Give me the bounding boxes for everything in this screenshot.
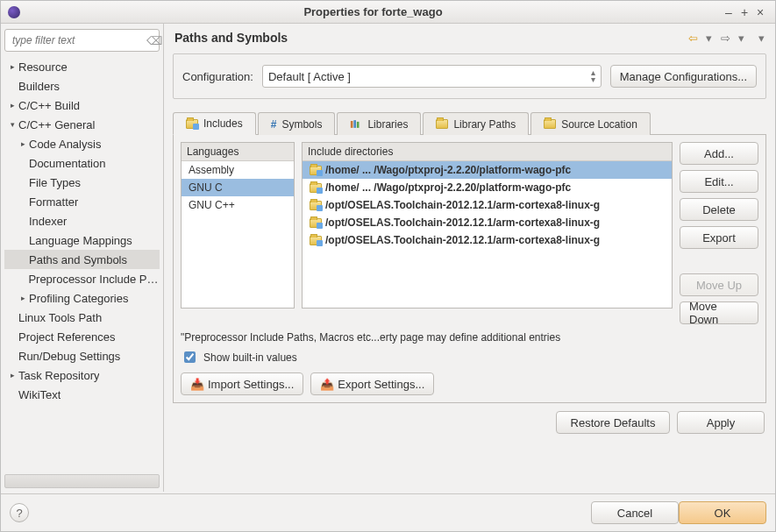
folder-icon (310, 236, 322, 245)
main-panel: Paths and Symbols ⇦ ▾ ⇨ ▾ ▾ Configuratio… (164, 24, 775, 492)
forward-icon[interactable]: ⇨ (721, 32, 730, 45)
export-button[interactable]: Export (680, 226, 758, 249)
back-icon[interactable]: ⇦ (688, 32, 698, 45)
tree-item[interactable]: Builders (4, 76, 160, 96)
tab-label: Source Location (561, 118, 637, 131)
include-path: /home/ ... /Wago/ptxproj-2.2.20/platform… (325, 164, 571, 176)
tree-item[interactable]: ▸Resource (4, 57, 160, 76)
source-location-tab-icon (544, 119, 556, 129)
tab-panel: Languages AssemblyGNU CGNU C++ Include d… (173, 135, 766, 403)
tree-item-label: Linux Tools Path (18, 311, 102, 324)
include-header: Include directories (303, 143, 672, 161)
move-down-button[interactable]: Move Down (680, 301, 758, 324)
library-paths-tab-icon (436, 119, 448, 129)
move-up-button[interactable]: Move Up (680, 273, 758, 296)
include-path: /opt/OSELAS.Toolchain-2012.12.1/arm-cort… (325, 216, 600, 229)
tree-item-label: Indexer (29, 215, 67, 228)
close-button[interactable]: × (752, 4, 768, 20)
restore-defaults-button[interactable]: Restore Defaults (556, 411, 670, 434)
cancel-button[interactable]: Cancel (591, 501, 679, 524)
eclipse-icon (8, 6, 20, 18)
include-directories-list[interactable]: Include directories /home/ ... /Wago/ptx… (302, 142, 673, 309)
tree-item[interactable]: Project References (4, 327, 160, 346)
include-item[interactable]: /home/ ... /Wago/ptxproj-2.2.20/platform… (303, 179, 672, 196)
filter-box[interactable]: ⌫ (4, 29, 160, 52)
tree-item-label: Formatter (29, 195, 78, 209)
titlebar: Properties for forte_wago – + × (1, 1, 775, 24)
tree-item-label: Project References (18, 330, 116, 344)
tree-item[interactable]: Language Mappings (4, 231, 160, 250)
tree-item[interactable]: ▾C/C++ General (4, 115, 160, 134)
tree-item-label: Run/Debug Settings (18, 350, 120, 363)
content-area: ⌫ ▸ResourceBuilders▸C/C++ Build▾C/C++ Ge… (1, 24, 775, 492)
languages-list[interactable]: Languages AssemblyGNU CGNU C++ (181, 142, 295, 309)
forward-menu-icon[interactable]: ▾ (738, 32, 744, 45)
minimize-button[interactable]: – (721, 4, 737, 20)
tree-item[interactable]: Documentation (4, 153, 160, 173)
include-item[interactable]: /home/ ... /Wago/ptxproj-2.2.20/platform… (303, 161, 672, 179)
tree-scrollbar[interactable] (4, 474, 160, 488)
configuration-label: Configuration: (182, 70, 253, 83)
tab-bar: Includes#SymbolsLibrariesLibrary PathsSo… (173, 111, 766, 135)
tree-item[interactable]: Paths and Symbols (4, 250, 160, 269)
tree-item[interactable]: ▸Code Analysis (4, 134, 160, 153)
filter-input[interactable] (11, 33, 146, 47)
tab-symbols[interactable]: #Symbols (258, 112, 336, 135)
tree-item[interactable]: Linux Tools Path (4, 308, 160, 327)
maximize-button[interactable]: + (737, 4, 752, 20)
import-settings-button[interactable]: 📥 Import Settings... (181, 372, 303, 395)
include-item[interactable]: /opt/OSELAS.Toolchain-2012.12.1/arm-cort… (303, 231, 672, 249)
expanded-arrow-icon: ▾ (8, 120, 17, 129)
edit-button[interactable]: Edit... (680, 170, 758, 193)
language-item[interactable]: GNU C++ (182, 196, 294, 214)
tab-includes[interactable]: Includes (173, 112, 256, 135)
delete-button[interactable]: Delete (680, 198, 758, 221)
show-builtin-label: Show built-in values (203, 351, 297, 364)
tab-library-paths[interactable]: Library Paths (423, 112, 529, 135)
include-item[interactable]: /opt/OSELAS.Toolchain-2012.12.1/arm-cort… (303, 214, 672, 231)
tree-item-label: Resource (18, 60, 68, 74)
category-tree[interactable]: ▸ResourceBuilders▸C/C++ Build▾C/C++ Gene… (4, 57, 160, 474)
window-title: Properties for forte_wago (25, 5, 721, 18)
tree-item[interactable]: ▸C/C++ Build (4, 96, 160, 115)
configuration-combo[interactable]: Default [ Active ] ▴▾ (262, 65, 602, 88)
collapsed-arrow-icon: ▸ (18, 139, 27, 148)
include-item[interactable]: /opt/OSELAS.Toolchain-2012.12.1/arm-cort… (303, 196, 672, 214)
tree-item-label: Builders (18, 80, 60, 93)
view-menu-icon[interactable]: ▾ (758, 32, 765, 45)
tree-item[interactable]: WikiText (4, 385, 160, 404)
import-icon: 📥 (190, 378, 204, 391)
collapsed-arrow-icon: ▸ (18, 294, 27, 302)
language-item[interactable]: GNU C (182, 179, 294, 196)
svg-rect-2 (357, 122, 360, 128)
tree-item[interactable]: ▸Profiling Categories (4, 288, 160, 308)
clear-icon[interactable]: ⌫ (146, 34, 162, 47)
show-builtin-row[interactable]: Show built-in values (181, 349, 758, 365)
tree-item[interactable]: Indexer (4, 211, 160, 231)
manage-configurations-button[interactable]: Manage Configurations... (610, 65, 757, 88)
export-settings-button[interactable]: 📤 Export Settings... (310, 372, 434, 395)
show-builtin-checkbox[interactable] (184, 351, 196, 363)
tree-item[interactable]: Run/Debug Settings (4, 346, 160, 365)
tab-label: Libraries (367, 118, 408, 131)
ok-button[interactable]: OK (679, 501, 766, 524)
collapsed-arrow-icon: ▸ (8, 371, 17, 379)
tree-item[interactable]: Formatter (4, 192, 160, 211)
tree-item[interactable]: Preprocessor Include Paths (4, 269, 160, 288)
tab-source-location[interactable]: Source Location (530, 112, 651, 135)
back-menu-icon[interactable]: ▾ (706, 32, 712, 45)
svg-rect-1 (354, 120, 357, 128)
folder-icon (310, 166, 322, 175)
language-item[interactable]: Assembly (182, 161, 294, 179)
help-button[interactable]: ? (10, 503, 29, 522)
add-button[interactable]: Add... (680, 142, 758, 165)
apply-button[interactable]: Apply (677, 411, 765, 434)
tree-item[interactable]: ▸Task Repository (4, 365, 160, 385)
include-path: /opt/OSELAS.Toolchain-2012.12.1/arm-cort… (325, 234, 600, 246)
tree-item[interactable]: File Types (4, 173, 160, 192)
collapsed-arrow-icon: ▸ (8, 101, 17, 110)
tab-libraries[interactable]: Libraries (337, 112, 421, 135)
configuration-value: Default [ Active ] (268, 70, 351, 83)
tree-item-label: Profiling Categories (29, 292, 128, 305)
tree-item-label: C/C++ General (18, 118, 95, 131)
